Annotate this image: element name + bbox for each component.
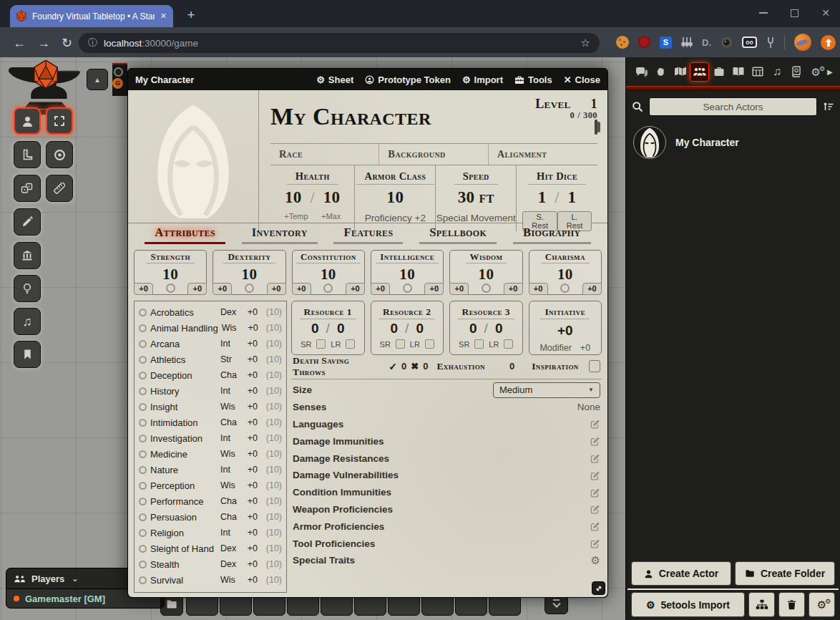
bookmark-star-icon[interactable]: ☆ [581, 37, 590, 49]
measure-tool-button[interactable] [14, 141, 41, 168]
skill-proficiency-radio[interactable] [139, 387, 147, 395]
resource-max[interactable]: 0 [337, 321, 345, 336]
skill-row[interactable]: Intimidation Cha +0 (10) [139, 415, 282, 430]
hp-tempmax-label[interactable]: +Max [321, 212, 341, 221]
check-icon[interactable]: ✓ [389, 361, 397, 372]
new-tab-button[interactable]: + [182, 6, 200, 24]
skill-row[interactable]: History Int +0 (10) [139, 383, 282, 399]
resource-label[interactable]: Resource 3 [458, 306, 514, 319]
edit-icon[interactable] [590, 504, 600, 514]
lr-checkbox[interactable] [504, 339, 513, 349]
skill-name[interactable]: Perception [150, 480, 217, 491]
ability-score[interactable]: 10 [450, 266, 522, 283]
sr-checkbox[interactable] [316, 339, 326, 349]
proficiency-radio[interactable] [560, 284, 570, 293]
lighting-tool-button[interactable] [14, 275, 41, 302]
skill-row[interactable]: Arcana Int +0 (10) [139, 336, 282, 352]
ability-score[interactable]: 10 [529, 266, 601, 283]
delete-all-button[interactable] [778, 592, 805, 617]
ability-name[interactable]: Wisdom [466, 251, 507, 263]
site-info-icon[interactable]: ⓘ [88, 37, 97, 49]
skill-name[interactable]: Stealth [150, 559, 217, 570]
hp-max[interactable]: 10 [323, 188, 341, 207]
skill-name[interactable]: Medicine [150, 449, 217, 460]
proficiency-radio[interactable] [245, 284, 254, 293]
ability-check-mod[interactable]: +0 [346, 283, 365, 295]
skill-name[interactable]: History [150, 386, 217, 397]
skill-name[interactable]: Religion [150, 528, 217, 538]
sidebar-tab-journal[interactable] [728, 62, 748, 82]
profile-avatar[interactable] [794, 34, 811, 51]
skill-row[interactable]: Sleight of Hand Dex +0 (10) [139, 541, 282, 556]
skill-row[interactable]: Performance Cha +0 (10) [139, 493, 282, 509]
sr-checkbox[interactable] [474, 339, 484, 349]
resource-max[interactable]: 0 [495, 321, 503, 336]
sidebar-tab-compendium[interactable] [787, 62, 806, 82]
skill-name[interactable]: Insight [150, 402, 217, 412]
ability-score[interactable]: 10 [135, 266, 206, 283]
fork-extension-icon[interactable] [766, 37, 775, 49]
tab-biography[interactable]: Biography [513, 226, 591, 244]
edit-icon[interactable] [590, 419, 600, 429]
inspiration-checkbox[interactable] [589, 360, 600, 372]
sidebar-tab-tables[interactable] [748, 62, 768, 82]
sounds-tool-button[interactable]: ♫ [14, 308, 41, 335]
sidebar-tab-settings[interactable]: ⚙⚙ [806, 62, 826, 82]
sr-checkbox[interactable] [396, 339, 405, 349]
skill-proficiency-radio[interactable] [139, 403, 147, 411]
d-extension-icon[interactable]: D. [702, 37, 711, 48]
skill-proficiency-radio[interactable] [139, 419, 147, 427]
drawing-tool-button[interactable] [14, 208, 41, 236]
resource-label[interactable]: Resource 1 [300, 306, 356, 319]
sheet-config-button[interactable]: ⚙Sheet [316, 74, 353, 85]
resize-handle[interactable] [592, 581, 605, 595]
hd-max[interactable]: 1 [568, 188, 577, 207]
target-tool-button[interactable] [46, 141, 73, 168]
edit-icon[interactable] [590, 538, 600, 548]
skill-proficiency-radio[interactable] [139, 561, 147, 568]
tab-attributes[interactable]: Attributes [145, 226, 225, 244]
sidebar-tab-playlists[interactable]: ♫ [768, 62, 787, 82]
skill-row[interactable]: Investigation Int +0 (10) [139, 430, 282, 446]
forward-icon[interactable]: → [37, 34, 50, 52]
notes-tool-button[interactable] [14, 341, 41, 368]
collapse-controls-button[interactable]: ▲ [87, 69, 108, 90]
settings-button[interactable]: ⚙⚙ [809, 592, 835, 617]
skill-proficiency-radio[interactable] [139, 309, 147, 316]
tab-close-icon[interactable]: ✕ [160, 11, 167, 21]
create-actor-button[interactable]: Create Actor [631, 561, 731, 586]
sidebar-tab-actors[interactable] [690, 62, 709, 82]
background-field[interactable]: Background [379, 144, 488, 165]
resource-current[interactable]: 0 [311, 321, 319, 336]
ublock-extension-icon[interactable] [638, 36, 650, 49]
reload-icon[interactable]: ↻ [62, 34, 72, 52]
hp-current[interactable]: 10 [285, 188, 302, 207]
skill-proficiency-radio[interactable] [139, 466, 147, 474]
oo-extension-icon[interactable]: oo [742, 37, 757, 48]
initiative-label[interactable]: Initiative [540, 306, 590, 319]
skill-row[interactable]: Animal Handling Wis +0 (10) [139, 320, 282, 336]
skill-proficiency-radio[interactable] [139, 498, 147, 505]
resource-label[interactable]: Resource 2 [379, 306, 435, 319]
skill-row[interactable]: Acrobatics Dex +0 (10) [139, 304, 282, 320]
tab-inventory[interactable]: Inventory [242, 226, 318, 244]
skill-row[interactable]: Athletics Str +0 (10) [139, 352, 282, 367]
sheet-titlebar[interactable]: My Character ⚙Sheet Prototype Token ⚙Imp… [128, 69, 607, 90]
ability-name[interactable]: Dexterity [223, 251, 275, 263]
edit-icon[interactable] [590, 521, 600, 531]
edit-icon[interactable] [590, 436, 600, 446]
proficiency-radio[interactable] [403, 284, 412, 293]
skill-name[interactable]: Nature [150, 465, 217, 475]
tools-button[interactable]: Tools [514, 74, 552, 85]
ability-save-mod[interactable]: +0 [371, 283, 390, 295]
edit-icon[interactable] [590, 488, 600, 498]
walls-tool-button[interactable] [14, 242, 41, 269]
resource-current[interactable]: 0 [469, 321, 477, 336]
ability-save-mod[interactable]: +0 [449, 283, 469, 295]
skill-row[interactable]: Insight Wis +0 (10) [139, 399, 282, 415]
skill-row[interactable]: Persuasion Cha +0 (10) [139, 509, 282, 525]
skill-name[interactable]: Arcana [150, 339, 217, 349]
skill-row[interactable]: Deception Cha +0 (10) [139, 367, 282, 383]
back-icon[interactable]: ← [13, 34, 26, 52]
cross-icon[interactable]: ✖ [411, 361, 419, 372]
